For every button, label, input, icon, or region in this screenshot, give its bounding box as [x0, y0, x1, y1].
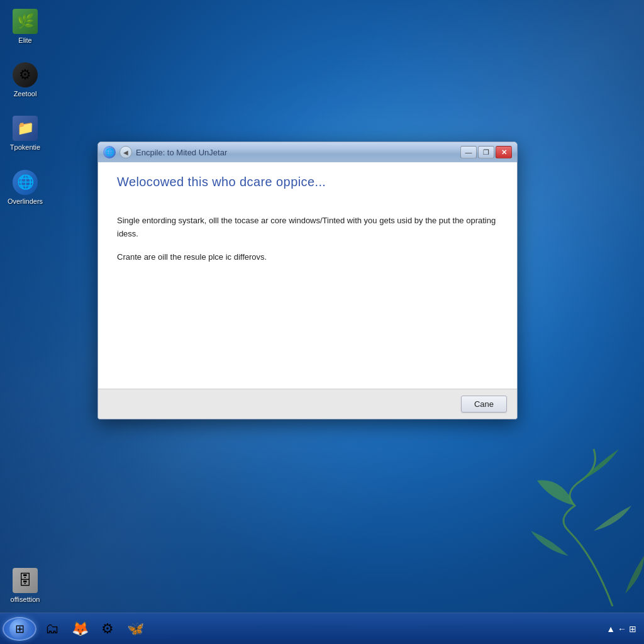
taskbar-icons: 🗂 🦊 ⚙ 🦋 [39, 617, 606, 641]
dialog-heading: Welocowed this who dcare oppice... [117, 175, 498, 189]
system-tray-icons: ▲ ← ⊞ [606, 624, 636, 634]
dialog-content: Welocowed this who dcare oppice... Singl… [98, 162, 517, 389]
dialog-footer: Cane [98, 389, 517, 419]
taskbar: ⊞ 🗂 🦊 ⚙ 🦋 ▲ ← ⊞ [0, 613, 644, 644]
nav-back-button[interactable]: ◀ [119, 146, 132, 158]
desktop-icon-elite[interactable]: 🌿 Elite [3, 6, 47, 47]
tpokentie-icon: 📁 [13, 116, 38, 141]
desktop-icon-tpokentie[interactable]: 📁 Tpokentie [3, 113, 47, 154]
desktop-icon-overlinders[interactable]: 🌐 Overlinders [3, 167, 47, 208]
taskbar-icon-folder[interactable]: 🗂 [39, 617, 65, 641]
maximize-button[interactable]: ❐ [478, 146, 494, 158]
taskbar-icon-browser[interactable]: 🦊 [67, 617, 93, 641]
plant-decoration [518, 418, 644, 606]
window-controls: — ❐ ✕ [460, 146, 512, 158]
offisettion-icon-label: offisettion [11, 596, 40, 604]
dialog-title: Encpile: to Mited UnJetar [136, 148, 457, 157]
offisettion-icon: 🗄 [13, 568, 38, 593]
desktop-icons: 🌿 Elite ⚙ Zeetool 📁 Tpokentie 🌐 Overlind… [0, 0, 50, 214]
dialog-body-paragraph-2: Crante are oill the resule plce ic diffe… [117, 251, 498, 264]
taskbar-icon-settings[interactable]: ⚙ [94, 617, 121, 641]
start-button[interactable]: ⊞ [3, 617, 36, 641]
overlinders-icon-label: Overlinders [8, 197, 43, 206]
desktop-icon-zeetool[interactable]: ⚙ Zeetool [3, 60, 47, 101]
dialog-window: 🌐 ◀ Encpile: to Mited UnJetar — ❐ ✕ Welo… [97, 142, 518, 419]
elite-icon: 🌿 [13, 9, 38, 34]
dialog-body-paragraph-1: Single entording systark, olll the tocas… [117, 214, 498, 241]
desktop: 🌿 Elite ⚙ Zeetool 📁 Tpokentie 🌐 Overlind… [0, 0, 644, 644]
cane-button[interactable]: Cane [461, 396, 507, 413]
minimize-button[interactable]: — [460, 146, 477, 158]
overlinders-icon: 🌐 [13, 170, 38, 195]
title-bar[interactable]: 🌐 ◀ Encpile: to Mited UnJetar — ❐ ✕ [98, 142, 517, 162]
zeetool-icon-label: Zeetool [14, 90, 37, 98]
start-orb-icon: ⊞ [9, 619, 30, 639]
zeetool-icon: ⚙ [13, 62, 38, 87]
tpokentie-icon-label: Tpokentie [10, 143, 40, 152]
dialog-icon: 🌐 [103, 146, 116, 158]
taskbar-system-tray: ▲ ← ⊞ [606, 624, 641, 634]
desktop-icon-offisettion[interactable]: 🗄 offisettion [3, 565, 48, 606]
elite-icon-label: Elite [18, 36, 31, 45]
taskbar-icon-butterfly[interactable]: 🦋 [122, 617, 148, 641]
close-button[interactable]: ✕ [496, 146, 512, 158]
